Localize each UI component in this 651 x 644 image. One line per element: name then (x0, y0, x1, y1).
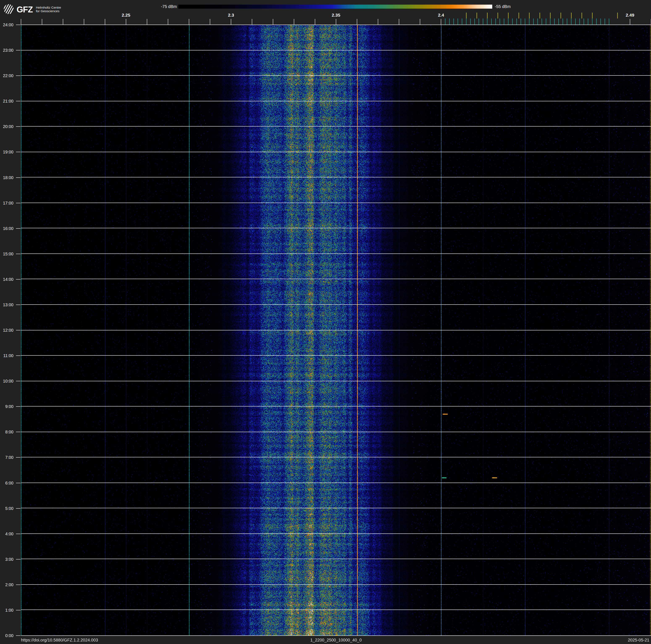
date-label: 2025-05-21 (628, 636, 649, 644)
time-tick (16, 406, 21, 407)
colorbar-gradient (178, 5, 492, 9)
freq-major-tick (147, 19, 147, 25)
ble-channel-tick (563, 19, 563, 25)
freq-major-tick (315, 19, 315, 25)
ble-channel-tick (554, 19, 555, 25)
wifi-channel-tick (476, 12, 477, 19)
time-label: 20:00 (0, 124, 13, 129)
time-label: 3:00 (0, 557, 13, 562)
wifi-channel-tick (592, 12, 593, 19)
time-label: 15:00 (0, 252, 13, 256)
time-label: 14:00 (0, 277, 13, 282)
logo-subtitle-line2: for Geosciences (36, 9, 61, 13)
dataset-name: 1_2200_2500_10000_40_0 (21, 636, 651, 644)
wifi-channel-tick (497, 12, 498, 19)
freq-major-tick (210, 19, 210, 25)
freq-tick-label: 2.25 (118, 12, 134, 18)
ble-channel-tick (458, 19, 458, 25)
wifi-channel-tick (519, 12, 519, 19)
time-label: 17:00 (0, 201, 13, 205)
time-tick (16, 381, 21, 381)
time-tick (16, 304, 21, 305)
time-tick (16, 279, 21, 280)
freq-major-tick (168, 19, 168, 25)
ble-channel-tick (525, 19, 525, 25)
ble-channel-tick (592, 19, 592, 25)
time-tick (16, 559, 21, 559)
time-label: 21:00 (0, 99, 13, 104)
freq-major-tick (378, 19, 378, 25)
time-tick (16, 635, 21, 636)
ble-channel-tick (571, 19, 571, 25)
time-label: 12:00 (0, 328, 13, 332)
time-label: 13:00 (0, 302, 13, 307)
freq-major-tick (252, 19, 252, 25)
time-label: 11:00 (0, 353, 13, 358)
time-label: 5:00 (0, 506, 13, 511)
freq-major-tick (630, 19, 630, 25)
ble-channel-tick (512, 19, 513, 25)
time-label: 4:00 (0, 531, 13, 536)
wifi-channel-tick (571, 12, 571, 19)
time-tick (16, 432, 21, 432)
time-tick (16, 228, 21, 229)
time-tick (16, 355, 21, 356)
freq-major-tick (42, 19, 42, 25)
ble-channel-tick (462, 19, 462, 25)
freq-major-tick (231, 19, 231, 25)
ble-channel-tick (596, 19, 597, 25)
wifi-channel-tick (508, 12, 508, 19)
time-tick (16, 330, 21, 330)
time-label: 7:00 (0, 455, 13, 460)
ble-channel-tick (558, 19, 559, 25)
ble-channel-tick (546, 19, 546, 25)
time-tick (16, 610, 21, 610)
gfz-logo: GFZ Helmholtz Centre for Geosciences (3, 4, 66, 19)
wifi-channel-tick (560, 12, 561, 19)
colorbar-min-label: -75 dBm (152, 4, 177, 9)
freq-tick-label: 2.35 (328, 12, 344, 18)
freq-major-tick (420, 19, 420, 25)
freq-major-tick (105, 19, 105, 25)
time-tick (16, 76, 21, 76)
time-tick (16, 126, 21, 127)
time-label: 2:00 (0, 582, 13, 587)
spectrogram-canvas (21, 25, 651, 636)
time-tick (16, 101, 21, 101)
ble-channel-tick (474, 19, 475, 25)
time-tick (16, 534, 21, 534)
ble-channel-tick (550, 19, 550, 25)
ble-channel-tick (478, 19, 479, 25)
ble-channel-tick (579, 19, 580, 25)
freq-major-tick (273, 19, 273, 25)
time-label: 10:00 (0, 379, 13, 383)
plot-bottom-axis-line (21, 635, 651, 636)
ble-channel-tick (567, 19, 567, 25)
ble-channel-tick (588, 19, 588, 25)
time-tick (16, 508, 21, 509)
time-tick (16, 483, 21, 483)
time-label: 8:00 (0, 430, 13, 434)
time-tick (16, 585, 21, 585)
ble-channel-tick (600, 19, 601, 25)
time-label: 6:00 (0, 481, 13, 485)
ble-channel-tick (541, 19, 542, 25)
time-label: 23:00 (0, 48, 13, 53)
time-tick (16, 50, 21, 51)
ble-channel-tick (449, 19, 450, 25)
time-label: 9:00 (0, 404, 13, 409)
wifi-channel-tick (617, 12, 618, 19)
ble-channel-tick (584, 19, 584, 25)
time-tick (16, 457, 21, 458)
plot-top-axis-line (21, 25, 651, 25)
ble-channel-tick (533, 19, 534, 25)
ble-channel-tick (454, 19, 454, 25)
freq-tick-label: 2.49 (622, 12, 639, 18)
ble-channel-tick (466, 19, 466, 25)
time-label: 1:00 (0, 608, 13, 612)
ble-channel-tick (609, 19, 609, 25)
freq-major-tick (294, 19, 294, 25)
freq-major-tick (336, 19, 336, 25)
freq-major-tick (189, 19, 189, 25)
freq-major-tick (21, 19, 21, 25)
